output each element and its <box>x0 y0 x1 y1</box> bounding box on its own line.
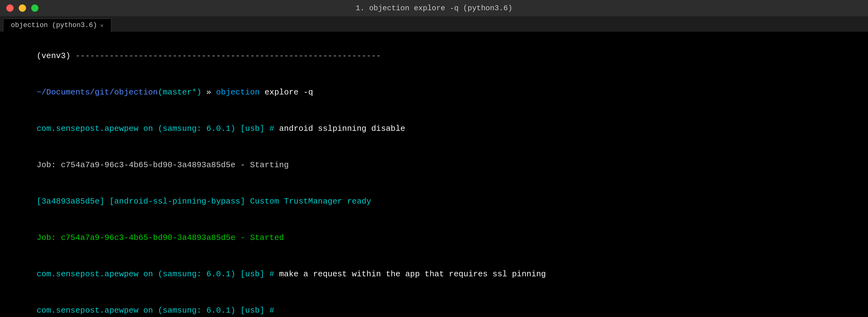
terminal-window: 1. objection explore -q (python3.6) obje… <box>0 0 868 317</box>
terminal-line: Job: c754a7a9-96c3-4b65-bd90-3a4893a85d5… <box>7 147 861 183</box>
maximize-button[interactable] <box>31 4 38 12</box>
terminal-line: Job: c754a7a9-96c3-4b65-bd90-3a4893a85d5… <box>7 220 861 256</box>
traffic-lights <box>6 4 38 12</box>
tab-label: objection (python3.6) <box>11 22 97 29</box>
terminal-line: (venv3) --------------------------------… <box>7 38 861 74</box>
terminal-line: com.sensepost.apewpew on (samsung: 6.0.1… <box>7 110 861 147</box>
minimize-button[interactable] <box>19 4 26 12</box>
tab-bar: objection (python3.6) ✕ <box>0 16 868 32</box>
tab-close-icon[interactable]: ✕ <box>100 22 103 29</box>
terminal-line: [3a4893a85d5e] [android-ssl-pinning-bypa… <box>7 183 861 220</box>
terminal-line: com.sensepost.apewpew on (samsung: 6.0.1… <box>7 292 861 317</box>
terminal-tab[interactable]: objection (python3.6) ✕ <box>3 19 111 32</box>
close-button[interactable] <box>6 4 14 12</box>
window-title: 1. objection explore -q (python3.6) <box>355 4 513 12</box>
title-bar: 1. objection explore -q (python3.6) <box>0 0 868 16</box>
terminal-line: com.sensepost.apewpew on (samsung: 6.0.1… <box>7 256 861 292</box>
terminal-line: ~/Documents/git/objection(master*) » obj… <box>7 74 861 110</box>
terminal-body[interactable]: (venv3) --------------------------------… <box>0 32 868 317</box>
